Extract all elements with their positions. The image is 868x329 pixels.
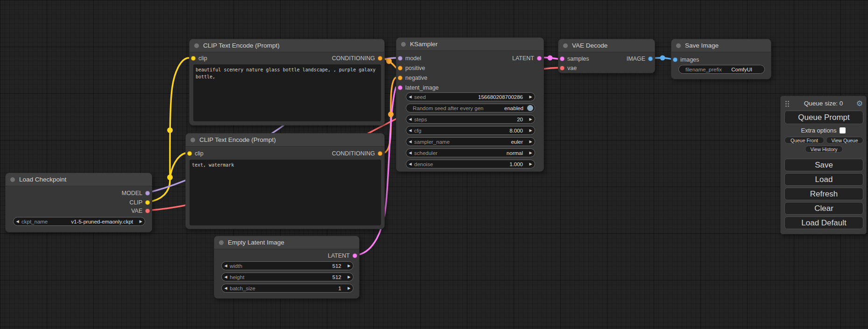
widget-batch-size[interactable]: ◀ batch_size 1 ▶ bbox=[221, 284, 353, 293]
prompt-textarea[interactable]: beautiful scenery nature glass bottle la… bbox=[193, 64, 381, 121]
input-slot-model[interactable]: model bbox=[396, 55, 421, 62]
settings-gear-icon[interactable]: ⚙ bbox=[856, 99, 863, 108]
input-slot-clip[interactable]: clip bbox=[186, 150, 204, 157]
node-title-bar[interactable]: VAE Decode bbox=[558, 39, 655, 52]
widget-sampler-name[interactable]: ◀ sampler_name euler ▶ bbox=[406, 137, 535, 146]
view-queue-button[interactable]: View Queue bbox=[826, 137, 863, 144]
collapse-dot-icon[interactable] bbox=[401, 42, 406, 47]
node-empty-latent-image[interactable]: Empty Latent Image LATENT ◀ width 512 ▶ … bbox=[214, 236, 360, 299]
node-ksampler[interactable]: KSampler model positive negative latent_… bbox=[396, 37, 544, 172]
save-button[interactable]: Save bbox=[784, 159, 863, 171]
reroute-dot-latent[interactable] bbox=[548, 56, 553, 61]
input-slot-latent-image[interactable]: latent_image bbox=[396, 84, 439, 91]
view-history-button[interactable]: View History bbox=[805, 146, 843, 153]
load-button[interactable]: Load bbox=[784, 173, 863, 186]
widget-random-seed-toggle[interactable]: Random seed after every gen enabled bbox=[406, 104, 535, 112]
queue-front-button[interactable]: Queue Front bbox=[784, 137, 824, 144]
node-save-image[interactable]: Save Image images filename_prefix ComfyU… bbox=[671, 39, 771, 79]
output-slot-model[interactable]: MODEL bbox=[122, 190, 152, 196]
input-slot-positive[interactable]: positive bbox=[396, 65, 425, 71]
widget-scheduler[interactable]: ◀ scheduler normal ▶ bbox=[406, 148, 535, 157]
collapse-dot-icon[interactable] bbox=[194, 43, 199, 48]
slot-dot-latent[interactable] bbox=[398, 85, 402, 90]
slot-dot-conditioning[interactable] bbox=[378, 151, 382, 156]
node-title-bar[interactable]: CLIP Text Encode (Prompt) bbox=[190, 39, 384, 52]
clear-button[interactable]: Clear bbox=[784, 202, 863, 215]
widget-height[interactable]: ◀ height 512 ▶ bbox=[221, 273, 353, 281]
output-slot-image[interactable]: IMAGE bbox=[627, 56, 655, 62]
node-title-bar[interactable]: Load Checkpoint bbox=[6, 173, 152, 186]
widget-steps[interactable]: ◀ steps 20 ▶ bbox=[406, 115, 535, 124]
refresh-button[interactable]: Refresh bbox=[784, 188, 863, 200]
slot-dot-latent[interactable] bbox=[353, 253, 357, 258]
queue-prompt-button[interactable]: Queue Prompt bbox=[784, 111, 863, 124]
increment-arrow-icon[interactable]: ▶ bbox=[527, 126, 535, 134]
node-vae-decode[interactable]: VAE Decode samples vae IMAGE bbox=[558, 39, 655, 73]
reroute-dot-clip[interactable] bbox=[167, 127, 173, 133]
reroute-dot-clip[interactable] bbox=[167, 175, 173, 180]
increment-arrow-icon[interactable]: ▶ bbox=[527, 93, 535, 101]
reroute-dot-conditioning[interactable] bbox=[386, 58, 392, 64]
output-slot-conditioning[interactable]: CONDITIONING bbox=[332, 55, 384, 62]
node-title-bar[interactable]: Save Image bbox=[671, 39, 771, 52]
collapse-dot-icon[interactable] bbox=[676, 43, 681, 48]
slot-dot-clip[interactable] bbox=[145, 200, 150, 205]
output-slot-latent[interactable]: LATENT bbox=[328, 252, 359, 259]
widget-seed[interactable]: ◀ seed 156680208700286 ▶ bbox=[406, 92, 535, 101]
slot-dot-conditioning[interactable] bbox=[398, 66, 402, 70]
node-title-bar[interactable]: Empty Latent Image bbox=[214, 236, 359, 249]
widget-cfg[interactable]: ◀ cfg 8.000 ▶ bbox=[406, 126, 535, 135]
toggle-dot-icon[interactable] bbox=[527, 105, 533, 111]
decrement-arrow-icon[interactable]: ◀ bbox=[406, 160, 414, 168]
reroute-dot-conditioning[interactable] bbox=[388, 112, 394, 117]
slot-dot-model[interactable] bbox=[398, 56, 402, 61]
reroute-dot-image[interactable] bbox=[660, 56, 665, 61]
decrement-arrow-icon[interactable]: ◀ bbox=[406, 126, 414, 134]
decrement-arrow-icon[interactable]: ◀ bbox=[14, 217, 21, 225]
increment-arrow-icon[interactable]: ▶ bbox=[345, 284, 353, 292]
collapse-dot-icon[interactable] bbox=[10, 177, 15, 182]
queue-panel[interactable]: Queue size: 0 ⚙ Queue Prompt Extra optio… bbox=[780, 96, 867, 234]
collapse-dot-icon[interactable] bbox=[563, 43, 568, 48]
node-title-bar[interactable]: KSampler bbox=[396, 38, 543, 51]
input-slot-samples[interactable]: samples bbox=[558, 56, 589, 62]
output-slot-vae[interactable]: VAE bbox=[131, 208, 152, 214]
input-slot-clip[interactable]: clip bbox=[190, 55, 207, 62]
output-slot-conditioning[interactable]: CONDITIONING bbox=[332, 150, 384, 157]
prompt-textarea[interactable]: text, watermark bbox=[190, 160, 381, 225]
decrement-arrow-icon[interactable]: ◀ bbox=[406, 138, 414, 146]
slot-dot-model[interactable] bbox=[145, 191, 150, 196]
increment-arrow-icon[interactable]: ▶ bbox=[527, 138, 535, 146]
increment-arrow-icon[interactable]: ▶ bbox=[345, 262, 353, 270]
input-slot-negative[interactable]: negative bbox=[396, 75, 427, 81]
decrement-arrow-icon[interactable]: ◀ bbox=[222, 262, 230, 270]
output-slot-clip[interactable]: CLIP bbox=[129, 199, 152, 206]
widget-ckpt-name[interactable]: ◀ ckpt_name v1-5-pruned-emaonly.ckpt ▶ bbox=[13, 217, 145, 226]
collapse-dot-icon[interactable] bbox=[219, 240, 224, 245]
decrement-arrow-icon[interactable]: ◀ bbox=[222, 284, 230, 292]
slot-dot-clip[interactable] bbox=[191, 56, 196, 61]
collapse-dot-icon[interactable] bbox=[191, 138, 195, 142]
increment-arrow-icon[interactable]: ▶ bbox=[527, 149, 535, 157]
node-clip-text-encode-positive[interactable]: CLIP Text Encode (Prompt) clip CONDITION… bbox=[189, 39, 385, 126]
node-clip-text-encode-negative[interactable]: CLIP Text Encode (Prompt) clip CONDITION… bbox=[185, 133, 385, 229]
slot-dot-latent[interactable] bbox=[537, 56, 542, 61]
slot-dot-vae[interactable] bbox=[145, 209, 150, 213]
widget-denoise[interactable]: ◀ denoise 1.000 ▶ bbox=[406, 160, 535, 168]
node-graph-canvas[interactable]: CLIP Text Encode (Prompt) clip CONDITION… bbox=[0, 0, 868, 329]
slot-dot-image[interactable] bbox=[648, 56, 653, 61]
increment-arrow-icon[interactable]: ▶ bbox=[527, 115, 535, 123]
slot-dot-vae[interactable] bbox=[560, 66, 565, 70]
increment-arrow-icon[interactable]: ▶ bbox=[137, 217, 145, 225]
decrement-arrow-icon[interactable]: ◀ bbox=[222, 273, 230, 281]
slot-dot-conditioning[interactable] bbox=[398, 76, 402, 80]
slot-dot-clip[interactable] bbox=[187, 151, 192, 156]
widget-filename-prefix[interactable]: filename_prefix ComfyUI bbox=[678, 65, 765, 74]
output-slot-latent[interactable]: LATENT bbox=[512, 55, 543, 62]
decrement-arrow-icon[interactable]: ◀ bbox=[406, 93, 414, 101]
node-load-checkpoint[interactable]: Load Checkpoint MODEL CLIP VAE ◀ ckpt_na… bbox=[5, 173, 152, 232]
increment-arrow-icon[interactable]: ▶ bbox=[527, 160, 535, 168]
load-default-button[interactable]: Load Default bbox=[784, 217, 863, 229]
extra-options-checkbox[interactable] bbox=[840, 127, 846, 133]
decrement-arrow-icon[interactable]: ◀ bbox=[406, 115, 414, 123]
